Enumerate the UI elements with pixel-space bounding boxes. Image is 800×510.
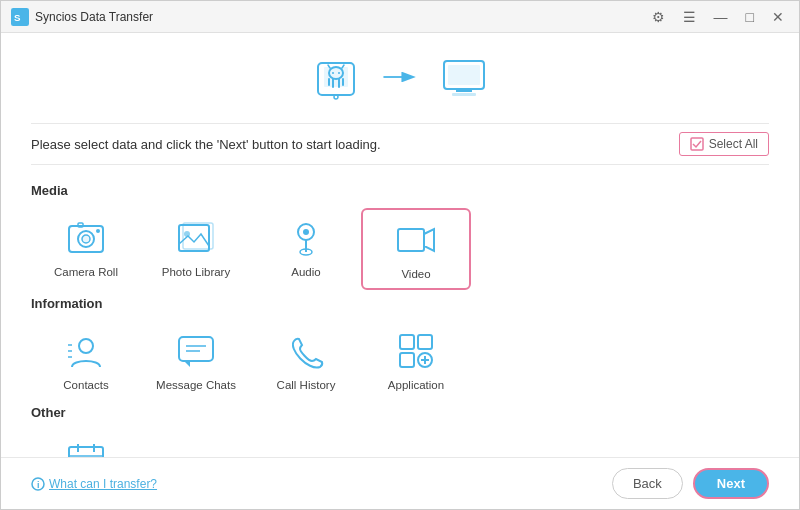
what-transfer-link[interactable]: i What can I transfer? (31, 477, 157, 491)
camera-roll-label: Camera Roll (54, 266, 118, 278)
contacts-icon (64, 329, 108, 373)
app-logo: S (11, 8, 29, 26)
items-grid-information: ContactsMessage ChatsCall HistoryApplica… (31, 321, 769, 399)
item-call-history[interactable]: Call History (251, 321, 361, 399)
item-video[interactable]: Video (361, 208, 471, 290)
window-controls: ⚙ ☰ — □ ✕ (647, 7, 789, 27)
menu-icon[interactable]: ☰ (678, 7, 701, 27)
call-history-label: Call History (277, 379, 336, 391)
section-label-media: Media (31, 183, 769, 198)
call-history-icon (284, 329, 328, 373)
svg-point-36 (79, 339, 93, 353)
item-calendar[interactable]: Calendar (31, 430, 141, 457)
svg-marker-35 (424, 229, 434, 251)
next-button[interactable]: Next (693, 468, 769, 499)
svg-rect-17 (448, 65, 480, 85)
section-label-other: Other (31, 405, 769, 420)
main-content: Please select data and click the 'Next' … (1, 33, 799, 457)
video-icon (394, 218, 438, 262)
target-device (438, 53, 490, 105)
minimize-icon[interactable]: — (709, 7, 733, 27)
settings-icon[interactable]: ⚙ (647, 7, 670, 27)
svg-rect-20 (452, 93, 476, 96)
message-chats-icon (174, 329, 218, 373)
audio-icon (284, 216, 328, 260)
source-device (310, 53, 362, 105)
svg-point-31 (303, 229, 309, 235)
items-grid-other: Calendar (31, 430, 769, 457)
section-information: InformationContactsMessage ChatsCall His… (31, 296, 769, 399)
instruction-bar: Please select data and click the 'Next' … (31, 123, 769, 165)
contacts-label: Contacts (63, 379, 108, 391)
application-icon (394, 329, 438, 373)
svg-text:i: i (37, 480, 40, 490)
svg-rect-3 (324, 67, 348, 87)
svg-rect-44 (400, 335, 414, 349)
svg-rect-40 (179, 337, 213, 361)
calendar-icon (64, 438, 108, 457)
footer-buttons: Back Next (612, 468, 769, 499)
svg-point-6 (338, 72, 340, 74)
svg-rect-46 (400, 353, 414, 367)
svg-point-13 (334, 95, 338, 99)
svg-marker-43 (184, 361, 190, 367)
audio-label: Audio (291, 266, 320, 278)
sections-container: MediaCamera RollPhoto LibraryAudioVideoI… (31, 177, 769, 457)
items-grid-media: Camera RollPhoto LibraryAudioVideo (31, 208, 769, 290)
svg-rect-34 (398, 229, 424, 251)
info-icon: i (31, 477, 45, 491)
photo-library-label: Photo Library (162, 266, 230, 278)
photo-library-icon (174, 216, 218, 260)
item-camera-roll[interactable]: Camera Roll (31, 208, 141, 290)
instruction-text: Please select data and click the 'Next' … (31, 137, 381, 152)
section-other: OtherCalendar (31, 405, 769, 457)
application-label: Application (388, 379, 444, 391)
transfer-arrow (382, 65, 418, 93)
svg-text:S: S (14, 11, 21, 22)
section-media: MediaCamera RollPhoto LibraryAudioVideo (31, 183, 769, 290)
svg-point-5 (332, 72, 334, 74)
app-title: Syncios Data Transfer (35, 10, 647, 24)
item-audio[interactable]: Audio (251, 208, 361, 290)
transfer-header (31, 53, 769, 105)
footer: i What can I transfer? Back Next (1, 457, 799, 509)
close-icon[interactable]: ✕ (767, 7, 789, 27)
camera-roll-icon (64, 216, 108, 260)
item-contacts[interactable]: Contacts (31, 321, 141, 399)
message-chats-label: Message Chats (156, 379, 236, 391)
titlebar: S Syncios Data Transfer ⚙ ☰ — □ ✕ (1, 1, 799, 33)
select-all-icon (690, 137, 704, 151)
video-label: Video (401, 268, 430, 280)
back-button[interactable]: Back (612, 468, 683, 499)
item-application[interactable]: Application (361, 321, 471, 399)
svg-point-26 (96, 229, 100, 233)
svg-rect-21 (691, 138, 703, 150)
svg-rect-45 (418, 335, 432, 349)
section-label-information: Information (31, 296, 769, 311)
item-message-chats[interactable]: Message Chats (141, 321, 251, 399)
maximize-icon[interactable]: □ (741, 7, 759, 27)
select-all-button[interactable]: Select All (679, 132, 769, 156)
svg-point-24 (82, 235, 90, 243)
item-photo-library[interactable]: Photo Library (141, 208, 251, 290)
